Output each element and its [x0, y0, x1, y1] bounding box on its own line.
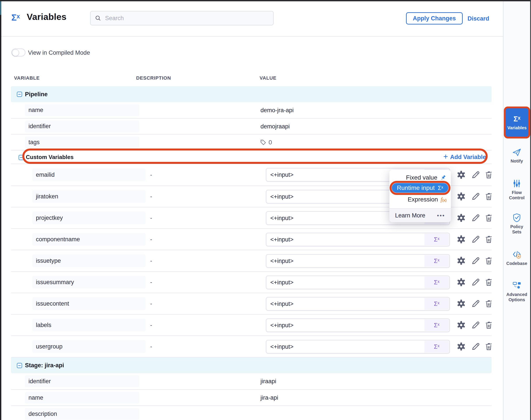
variable-row-issuecontent: issuecontent - <+input> Σˣ — [11, 293, 492, 314]
collapse-minus-icon[interactable] — [17, 91, 22, 97]
settings-gear-icon[interactable] — [456, 235, 466, 244]
variable-value-input[interactable]: <+input> Σˣ — [266, 340, 450, 354]
runtime-input-value: <+input> — [270, 300, 294, 307]
settings-gear-icon[interactable] — [456, 256, 466, 266]
variable-name-field[interactable]: identifier — [25, 375, 139, 387]
edit-pencil-icon[interactable] — [471, 256, 481, 266]
menu-item-expression[interactable]: Expression f (x) — [389, 194, 451, 205]
page-title: Variables — [27, 12, 66, 22]
edit-pencil-icon[interactable] — [471, 170, 481, 180]
variable-name-field[interactable]: name — [25, 104, 139, 116]
delete-trash-icon[interactable] — [484, 256, 494, 266]
sidebar-item-codebase[interactable]: Codebase — [503, 249, 531, 266]
tag-icon — [259, 139, 266, 146]
runtime-input-value: <+input> — [270, 171, 294, 178]
compiled-mode-toggle[interactable] — [11, 48, 25, 57]
delete-trash-icon[interactable] — [484, 320, 494, 330]
variable-value-input[interactable]: <+input> Σˣ — [266, 254, 450, 268]
variable-description: - — [150, 236, 152, 243]
stage-identifier-value: jiraapi — [261, 378, 276, 385]
edit-pencil-icon[interactable] — [471, 342, 481, 351]
variable-name-field[interactable]: componentname — [32, 233, 146, 246]
column-header-variable: VARIABLE — [14, 75, 40, 81]
variable-name-field[interactable]: tags — [25, 136, 139, 148]
edit-pencil-icon[interactable] — [471, 277, 481, 287]
settings-gear-icon[interactable] — [456, 320, 466, 330]
variable-name-field[interactable]: issuecontent — [32, 297, 146, 310]
variable-name-field[interactable]: name — [25, 392, 139, 404]
delete-trash-icon[interactable] — [484, 213, 494, 223]
sidebar-item-policy-sets[interactable]: Policy Sets — [503, 213, 531, 235]
delete-trash-icon[interactable] — [484, 170, 494, 180]
add-variable-label: Add Variable — [450, 154, 486, 161]
delete-trash-icon[interactable] — [484, 235, 494, 244]
runtime-input-sigma-badge[interactable]: Σˣ — [424, 319, 449, 331]
pipeline-name-value: demo-jra-api — [261, 107, 294, 114]
variable-description: - — [150, 257, 152, 264]
sidebar-item-advanced-options[interactable]: Advanced Options — [503, 280, 531, 302]
variable-value-input[interactable]: <+input> Σˣ — [266, 297, 450, 311]
variable-name-field[interactable]: issuetype — [32, 255, 146, 267]
runtime-input-sigma-badge[interactable]: Σˣ — [424, 234, 449, 245]
variable-row-issuetype: issuetype - <+input> Σˣ — [11, 250, 492, 271]
sidebar-item-variables[interactable]: Σˣ Variables — [504, 106, 530, 138]
delete-trash-icon[interactable] — [484, 277, 494, 287]
variable-value-input[interactable]: <+input> Σˣ — [266, 318, 450, 332]
delete-trash-icon[interactable] — [484, 299, 494, 308]
settings-gear-icon[interactable] — [456, 277, 466, 287]
search-input[interactable] — [105, 15, 269, 22]
variable-name-field[interactable]: labels — [32, 319, 146, 331]
variable-name-field[interactable]: emailid — [32, 168, 146, 181]
variable-name-field[interactable]: jiratoken — [32, 190, 146, 203]
header-divider — [1, 36, 503, 37]
shield-check-icon — [512, 213, 522, 223]
sidebar-item-flow-control[interactable]: Flow Control — [503, 179, 531, 200]
variable-value-input[interactable]: <+input> Σˣ — [266, 276, 450, 289]
learn-more-link[interactable]: Learn More — [395, 212, 425, 219]
settings-gear-icon[interactable] — [456, 213, 466, 223]
edit-pencil-icon[interactable] — [471, 299, 481, 308]
settings-gear-icon[interactable] — [456, 342, 466, 351]
collapse-minus-icon[interactable] — [17, 363, 22, 368]
variable-name-field[interactable]: issuesummary — [32, 276, 146, 288]
sidebar-item-label: Policy Sets — [506, 224, 528, 235]
more-options-dots-icon[interactable]: ••• — [437, 212, 445, 219]
runtime-input-sigma-badge[interactable]: Σˣ — [424, 298, 449, 310]
edit-pencil-icon[interactable] — [471, 235, 481, 244]
variable-name-field[interactable]: identifier — [25, 120, 139, 132]
edit-pencil-icon[interactable] — [471, 320, 481, 330]
menu-item-fixed-value[interactable]: Fixed value — [389, 172, 451, 183]
variable-name-field[interactable]: description — [25, 408, 139, 420]
runtime-input-sigma-badge[interactable]: Σˣ — [424, 276, 449, 288]
edit-pencil-icon[interactable] — [471, 192, 481, 201]
pipeline-identifier-value: demojraapi — [261, 123, 290, 130]
runtime-input-sigma-badge[interactable]: Σˣ — [424, 255, 449, 267]
discard-button[interactable]: Discard — [468, 15, 489, 22]
sidebar-item-notify[interactable]: Notify — [503, 147, 531, 164]
stage-row-name: name jira-api — [11, 389, 492, 405]
apply-changes-button[interactable]: Apply Changes — [406, 12, 463, 25]
settings-gear-icon[interactable] — [456, 192, 466, 201]
variable-row-componentname: componentname - <+input> Σˣ — [11, 228, 492, 250]
menu-item-runtime-input[interactable]: Runtime input Σˣ — [392, 183, 448, 193]
search-box[interactable] — [90, 11, 274, 25]
edit-pencil-icon[interactable] — [471, 213, 481, 223]
runtime-input-sigma-badge[interactable]: Σˣ — [424, 341, 449, 353]
delete-trash-icon[interactable] — [484, 342, 494, 351]
variable-description: - — [150, 171, 152, 178]
collapse-minus-icon[interactable] — [18, 155, 24, 160]
delete-trash-icon[interactable] — [484, 192, 494, 201]
variable-description: - — [150, 300, 152, 307]
add-variable-button[interactable]: + Add Variable — [443, 153, 486, 161]
pin-icon — [440, 174, 447, 181]
sidebar-item-label: Codebase — [506, 261, 528, 266]
stage-name-value: jira-api — [261, 394, 278, 401]
variable-value-input[interactable]: <+input> Σˣ — [266, 233, 450, 246]
sigma-icon: Σˣ — [514, 115, 520, 123]
sidebar-item-label: Notify — [506, 158, 528, 164]
stage-row-description: description — [11, 405, 492, 420]
settings-gear-icon[interactable] — [456, 170, 466, 180]
variable-name-field[interactable]: projectkey — [32, 211, 146, 224]
variable-name-field[interactable]: usergroup — [32, 340, 146, 353]
settings-gear-icon[interactable] — [456, 299, 466, 308]
